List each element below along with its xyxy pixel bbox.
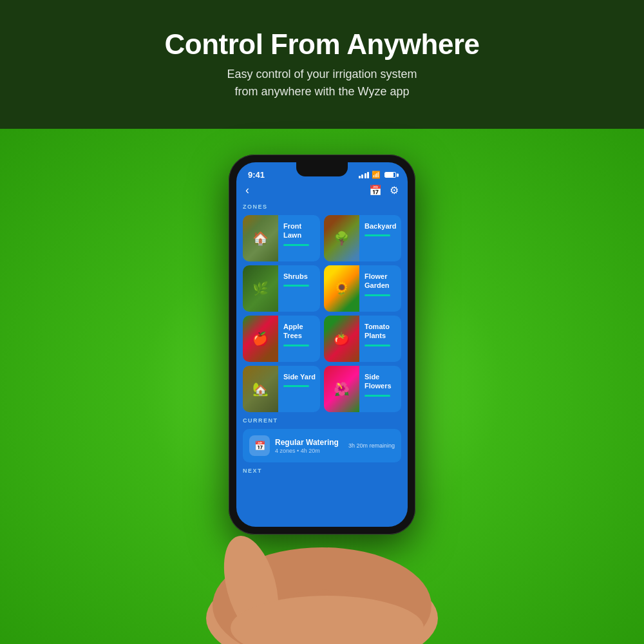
zone-img-apple-trees [243, 316, 278, 362]
current-info: Regular Watering 4 zones • 4h 20m [275, 438, 343, 454]
phone-notch [296, 162, 348, 176]
zone-info-shrubs: Shrubs [278, 265, 313, 312]
nav-icons: 📅 ⚙ [369, 184, 399, 196]
status-time: 9:41 [248, 170, 265, 180]
zone-name-shrubs: Shrubs [283, 272, 309, 281]
settings-icon[interactable]: ⚙ [390, 184, 399, 196]
zone-img-backyard [324, 215, 359, 261]
zone-name-side-yard: Side Yard [283, 372, 316, 381]
zone-card-side-yard[interactable]: Side Yard [243, 366, 320, 412]
zone-card-flower-garden[interactable]: FlowerGarden [324, 265, 401, 312]
current-schedule-icon: 📅 [249, 435, 270, 456]
zone-bar-tomato-plants [365, 345, 390, 346]
current-title: Regular Watering [275, 438, 343, 447]
grass-background: 9:41 📶 ‹ [0, 129, 644, 644]
zone-name-side-flowers: SideFlowers [365, 372, 392, 391]
zone-info-side-yard: Side Yard [278, 366, 319, 412]
wifi-icon: 📶 [372, 171, 381, 179]
zone-card-shrubs[interactable]: Shrubs [243, 265, 320, 312]
zone-info-flower-garden: FlowerGarden [359, 265, 394, 312]
zone-img-side-yard [243, 366, 278, 412]
screen-content[interactable]: ZONES FrontLawn [236, 201, 408, 527]
zone-bar-side-flowers [365, 395, 390, 397]
back-button[interactable]: ‹ [245, 184, 249, 197]
zone-img-side-flowers [324, 366, 359, 412]
zone-info-tomato-plants: TomatoPlants [359, 316, 394, 362]
current-section-label: CURRENT [243, 417, 401, 424]
zone-bar-backyard [365, 234, 390, 236]
zones-section-label: ZONES [243, 204, 401, 210]
zone-name-flower-garden: FlowerGarden [365, 272, 390, 290]
zone-card-front-lawn[interactable]: FrontLawn [243, 215, 320, 261]
current-card[interactable]: 📅 Regular Watering 4 zones • 4h 20m 3h 2… [243, 429, 401, 462]
zones-grid: FrontLawn Backyard [243, 215, 401, 412]
phone-wrapper: 9:41 📶 ‹ [229, 155, 415, 535]
zone-img-flower-garden [324, 265, 359, 312]
zone-info-backyard: Backyard [359, 215, 401, 261]
hand-area: 9:41 📶 ‹ [161, 142, 483, 644]
zone-img-tomato-plants [324, 316, 359, 362]
battery-icon [384, 172, 396, 178]
zone-img-shrubs [243, 265, 278, 312]
zone-name-apple-trees: AppleTrees [283, 322, 309, 341]
zone-bar-apple-trees [283, 345, 309, 346]
signal-bars-icon [359, 172, 370, 178]
zone-name-front-lawn: FrontLawn [283, 222, 309, 240]
zone-info-front-lawn: FrontLawn [278, 215, 313, 261]
zone-card-side-flowers[interactable]: SideFlowers [324, 366, 401, 412]
phone-body: 9:41 📶 ‹ [229, 155, 415, 535]
sub-heading: Easy control of your irrigation systemfr… [227, 66, 417, 100]
main-heading: Control From Anywhere [164, 28, 479, 61]
zone-name-tomato-plants: TomatoPlants [365, 322, 390, 341]
zone-bar-shrubs [283, 285, 309, 287]
status-icons: 📶 [359, 171, 397, 179]
current-remaining: 3h 20m remaining [348, 442, 395, 449]
zone-card-tomato-plants[interactable]: TomatoPlants [324, 316, 401, 362]
zone-name-backyard: Backyard [365, 222, 397, 231]
zone-card-backyard[interactable]: Backyard [324, 215, 401, 261]
zone-bar-front-lawn [283, 244, 309, 246]
calendar-icon[interactable]: 📅 [369, 184, 382, 196]
current-subtitle: 4 zones • 4h 20m [275, 448, 343, 454]
header-banner: Control From Anywhere Easy control of yo… [0, 0, 644, 129]
next-section-label: NEXT [243, 468, 401, 474]
zone-bar-flower-garden [365, 294, 390, 296]
zone-bar-side-yard [283, 385, 309, 387]
zone-card-apple-trees[interactable]: AppleTrees [243, 316, 320, 362]
zone-img-front-lawn [243, 215, 278, 261]
nav-bar: ‹ 📅 ⚙ [236, 182, 408, 201]
zone-info-side-flowers: SideFlowers [359, 366, 395, 412]
phone-screen: 9:41 📶 ‹ [236, 162, 408, 527]
zone-info-apple-trees: AppleTrees [278, 316, 313, 362]
